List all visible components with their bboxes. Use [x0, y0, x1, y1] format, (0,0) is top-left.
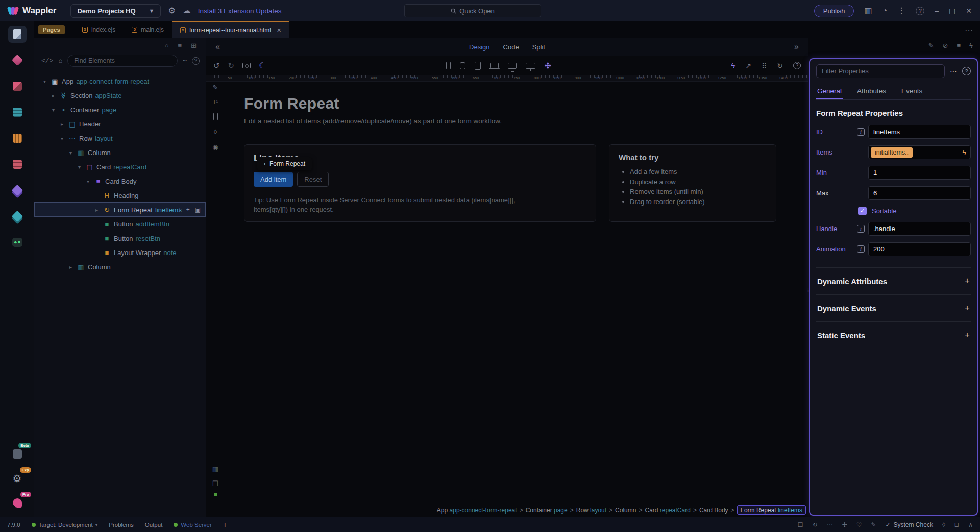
tab-overflow-icon[interactable]: ⋯ [965, 25, 973, 35]
add-icon[interactable]: + [965, 330, 970, 340]
more-icon[interactable]: ⋯ [827, 521, 833, 528]
brush-icon[interactable]: ✎ [871, 521, 876, 528]
section-dynamic-attributes[interactable]: Dynamic Attributes+ [816, 267, 971, 294]
device-desktop-icon[interactable] [508, 63, 517, 69]
items-input[interactable]: initialItems.. ϟ [868, 145, 971, 159]
tree-expand-icon[interactable]: ▾ [59, 136, 65, 141]
project-selector[interactable]: Demo Projects HQ ▼ [70, 4, 161, 18]
tree-item-app[interactable]: ▾▣Appapp-connect-form-repeat [34, 74, 206, 88]
screenshot-icon[interactable] [242, 63, 251, 68]
dynamic-data-bolt-icon[interactable]: ϟ [963, 148, 968, 157]
tree-expand-icon[interactable]: ▸ [67, 264, 74, 270]
file-manager-icon[interactable] [8, 26, 27, 43]
view-mode-design[interactable]: Design [469, 43, 489, 51]
tree-expand-icon[interactable]: ▾ [85, 179, 91, 184]
tree-expand-icon[interactable]: ▸ [50, 93, 57, 98]
quick-open-search[interactable]: Quick Open [404, 4, 541, 17]
blocks-icon[interactable] [8, 78, 27, 95]
tab-close-icon[interactable]: ✕ [277, 27, 281, 34]
breadcrumb-item[interactable]: Container page [526, 506, 568, 514]
info-icon[interactable]: i [857, 225, 865, 233]
grid-view-icon[interactable]: ⊞ [191, 42, 197, 49]
tree-item-column[interactable]: ▾▥Column [34, 145, 206, 160]
reset-button[interactable]: Reset [297, 172, 329, 187]
list-view-icon[interactable]: ≡ [178, 42, 182, 49]
breadcrumb-item[interactable]: Card Body [699, 506, 728, 514]
help-icon[interactable]: ? [962, 67, 971, 75]
device-phone-landscape-icon[interactable] [460, 62, 465, 69]
tree-item-card[interactable]: ▾▤CardrepeatCard [34, 160, 206, 174]
window-close-button[interactable]: ✕ [966, 7, 972, 15]
device-tv-icon[interactable] [526, 63, 535, 69]
theme-drop-icon[interactable]: ◔ [883, 7, 888, 15]
output-button[interactable]: Output [145, 522, 163, 528]
properties-tab-events[interactable]: Events [900, 83, 923, 99]
globe-icon[interactable]: ○ [165, 42, 169, 49]
open-in-browser-icon[interactable]: ↗ [745, 62, 751, 70]
section-dynamic-events[interactable]: Dynamic Events+ [816, 294, 971, 321]
collapse-right-icon[interactable]: » [794, 42, 799, 52]
move-down-icon[interactable]: ↓ [178, 206, 181, 213]
select-box-icon[interactable]: ☐ [798, 521, 803, 528]
undo-icon[interactable]: ↺ [213, 61, 220, 70]
add-panel-icon[interactable]: + [223, 521, 227, 529]
layers-icon[interactable] [8, 182, 27, 199]
code-view-icon[interactable]: </> [41, 57, 53, 65]
device-phone-icon[interactable] [446, 62, 451, 69]
add-item-button[interactable]: Add item [254, 172, 293, 187]
ai-assistant-icon[interactable] [8, 234, 27, 251]
publish-button[interactable]: Publish [814, 5, 854, 17]
tree-item-button[interactable]: ■ButtonresetBtn [34, 231, 206, 245]
device-laptop-icon[interactable] [490, 63, 499, 68]
refresh-icon[interactable]: ↻ [813, 521, 818, 528]
edit-pencil-icon[interactable]: ✎ [928, 42, 934, 58]
design-pen-icon[interactable] [8, 52, 27, 69]
layout-panels-icon[interactable]: ▥ [864, 7, 872, 15]
pages-stack-icon[interactable] [8, 208, 27, 225]
tree-expand-icon[interactable]: ▾ [41, 79, 48, 84]
add-icon[interactable]: + [965, 276, 970, 286]
window-minimize-button[interactable]: – [935, 7, 939, 15]
device-tablet-icon[interactable] [475, 62, 481, 70]
tree-item-container[interactable]: ▾▪Containerpage [34, 103, 206, 117]
system-check-button[interactable]: ✓ System Check [885, 521, 933, 528]
bolt-icon[interactable]: ϟ [969, 42, 973, 58]
web-server-status[interactable]: Web Server [174, 522, 212, 528]
free-resize-icon[interactable]: ✣ [545, 61, 551, 70]
problems-button[interactable]: Problems [109, 522, 134, 528]
help-icon[interactable]: ? [916, 7, 924, 15]
filter-properties-input[interactable] [816, 64, 945, 78]
section-static-events[interactable]: Static Events+ [816, 321, 971, 348]
help-icon[interactable]: ? [793, 62, 801, 69]
breadcrumb-item[interactable]: Form Repeat lineItems [737, 505, 806, 515]
breadcrumb-item[interactable]: Row layout [576, 506, 606, 514]
components-icon[interactable] [8, 156, 27, 173]
view-mode-split[interactable]: Split [532, 43, 545, 51]
pages-panel-badge[interactable]: Pages [38, 25, 65, 34]
breadcrumb-item[interactable]: App app-connect-form-repeat [437, 506, 517, 514]
target-selector[interactable]: Target: Development ▾ [32, 522, 98, 528]
approve-icon[interactable]: ♡ [856, 521, 862, 528]
tree-expand-icon[interactable]: ▸ [59, 121, 65, 127]
qr-code-icon[interactable]: ⠿ [762, 62, 767, 70]
kebab-menu-icon[interactable]: ⋮ [897, 7, 905, 15]
settings-gear-icon[interactable]: ⚙Exp [8, 470, 27, 487]
list-icon[interactable]: ≡ [957, 42, 961, 58]
tree-item-form-repeat[interactable]: ▸↻Form RepeatlineItems↓+▣ [34, 202, 206, 217]
tree-item-layout-wrapper[interactable]: ■Layout Wrappernote [34, 245, 206, 260]
trash-icon[interactable]: ⊔ [954, 521, 959, 528]
table-icon[interactable] [8, 130, 27, 147]
tree-item-heading[interactable]: HHeading [34, 188, 206, 202]
pro-tool-icon[interactable]: Pro [8, 494, 27, 512]
window-restore-button[interactable]: ▢ [949, 7, 955, 15]
sortable-checkbox[interactable]: ✓ [858, 207, 867, 215]
beta-tool-icon[interactable]: Beta [8, 445, 27, 463]
info-icon[interactable]: i [857, 128, 865, 136]
file-tab[interactable]: 5main.ejs [124, 21, 172, 38]
breadcrumb-item[interactable]: Card repeatCard [645, 506, 690, 514]
refresh-icon[interactable]: ↻ [777, 62, 783, 70]
dark-mode-icon[interactable]: ☾ [259, 61, 266, 70]
add-icon[interactable]: + [965, 303, 970, 313]
tree-item-button[interactable]: ■ButtonaddItemBtn [34, 217, 206, 231]
eraser-icon[interactable]: ◊ [942, 521, 945, 528]
